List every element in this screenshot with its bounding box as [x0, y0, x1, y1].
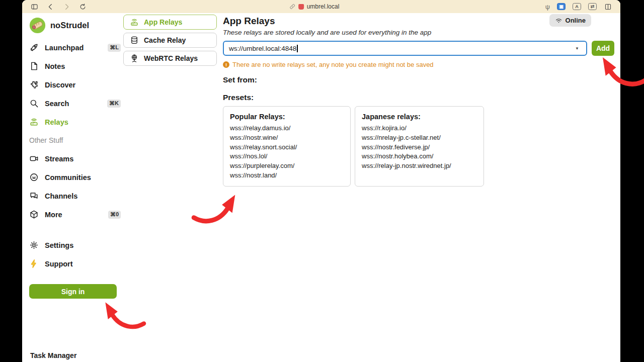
relay-link[interactable]: wss://nrelay-jp.c-stellar.net/: [362, 133, 477, 143]
sidebar-item-discover[interactable]: Discover: [29, 75, 123, 94]
sidebar-item-label: Support: [45, 260, 73, 268]
sidebar-item-channels[interactable]: Channels: [29, 187, 123, 205]
preset-box-popular-relays: Popular Relays: wss://relay.damus.io/ ws…: [223, 106, 351, 187]
split-view-icon[interactable]: [604, 3, 612, 11]
sidebar-item-label: Search: [45, 100, 69, 108]
preset-title: Popular Relays:: [230, 113, 344, 121]
puzzle-icon: [29, 80, 39, 89]
site-favicon: [298, 4, 304, 10]
note-icon: [29, 61, 39, 71]
tab-label: App Relays: [144, 18, 182, 26]
tab-webrtc-relays[interactable]: WebRTC Relays: [123, 51, 217, 66]
relay-link[interactable]: wss://nostr.holybea.com/: [362, 152, 477, 161]
warning-text: There are no write relays set, any note …: [232, 61, 434, 68]
sign-in-button[interactable]: Sign in: [29, 284, 117, 299]
task-manager-link[interactable]: Task Manager: [30, 351, 76, 359]
package-icon: [29, 210, 39, 219]
sidebar-item-streams[interactable]: Streams: [29, 149, 123, 168]
sidebar-item-label: Launchpad: [45, 44, 84, 52]
relay-link[interactable]: wss://nostr.wine/: [230, 133, 344, 143]
search-icon: [29, 99, 39, 108]
forward-icon[interactable]: [62, 3, 71, 11]
sidebar-item-label: Settings: [45, 241, 73, 249]
preset-title: Japanese relays:: [362, 113, 477, 121]
warning-icon: !: [223, 61, 229, 68]
relay-link[interactable]: wss://relay-jp.nostr.wirednet.jp/: [362, 161, 477, 171]
relay-tabs: App Relays Cache Relay WebRTC Relays: [123, 15, 217, 66]
relay-url-input[interactable]: ws://umbrel.local:4848 ▼: [223, 41, 587, 56]
main-content: App Relays These relays are stored local…: [223, 13, 615, 187]
app-logo-row[interactable]: noStrudel: [29, 16, 123, 34]
sidebar-item-label: Discover: [45, 81, 75, 89]
sidebar-item-label: Communities: [45, 173, 91, 182]
relay-link[interactable]: wss://purplerelay.com/: [230, 161, 344, 171]
relay-url-value: ws://umbrel.local:4848: [229, 45, 296, 52]
annotation-arrow-signin: [99, 298, 150, 331]
sidebar-item-label: Relays: [45, 118, 68, 126]
relay-link[interactable]: wss://nostr.fediverse.jp/: [362, 143, 477, 152]
relay-link[interactable]: wss://relay.snort.social/: [230, 143, 344, 152]
preset-box-japanese-relays: Japanese relays: wss://r.kojira.io/ wss:…: [355, 106, 484, 187]
relay-router-icon: [130, 18, 139, 27]
tab-label: WebRTC Relays: [144, 54, 198, 62]
sidebar-toggle-icon[interactable]: [30, 3, 39, 11]
presets-label: Presets:: [223, 93, 615, 102]
browser-toolbar: umbrel.local ψ ▣ A ⇄: [22, 0, 620, 13]
set-from-label: Set from:: [223, 75, 615, 84]
sidebar-item-label: Channels: [45, 192, 77, 200]
database-icon: [130, 36, 139, 45]
sidebar-item-communities[interactable]: Communities: [29, 168, 123, 187]
sidebar-item-support[interactable]: Support: [29, 254, 123, 273]
gear-icon: [29, 240, 39, 250]
reload-icon[interactable]: [78, 3, 87, 11]
sidebar-item-label: More: [45, 211, 62, 219]
community-face-icon: [29, 172, 39, 182]
relay-link[interactable]: wss://nostr.land/: [230, 171, 344, 180]
sidebar-item-search[interactable]: Search ⌘K: [29, 94, 123, 113]
relay-link[interactable]: wss://nos.lol/: [230, 152, 344, 161]
annotation-arrow-add: [597, 52, 644, 88]
sidebar-section-other-stuff: Other Stuff: [29, 131, 123, 149]
rocket-icon: [29, 43, 39, 52]
annotation-arrow-presets: [192, 188, 238, 227]
relay-router-icon: [29, 117, 39, 127]
sidebar-item-launchpad[interactable]: Launchpad ⌘L: [29, 38, 123, 57]
lightning-icon: [29, 259, 39, 268]
psi-extension-icon[interactable]: ψ: [545, 4, 550, 10]
relay-link[interactable]: wss://r.kojira.io/: [362, 124, 477, 133]
text-cursor: [297, 45, 298, 52]
chevron-down-icon[interactable]: ▼: [575, 46, 579, 51]
tab-label: Cache Relay: [144, 36, 186, 44]
video-camera-icon: [29, 154, 39, 163]
sidebar-item-relays[interactable]: Relays: [29, 113, 123, 131]
tab-switch-icon[interactable]: ⇄: [588, 3, 597, 10]
tab-cache-relay[interactable]: Cache Relay: [123, 33, 217, 48]
relay-link[interactable]: wss://relay.damus.io/: [230, 124, 344, 133]
url-text: umbrel.local: [307, 3, 340, 10]
back-icon[interactable]: [46, 3, 55, 11]
write-relay-warning: ! There are no write relays set, any not…: [223, 61, 615, 68]
sidebar-item-settings[interactable]: Settings: [29, 236, 123, 254]
shortcut-badge: ⌘K: [107, 100, 121, 108]
sidebar-item-more[interactable]: More ⌘0: [29, 205, 123, 224]
address-bar[interactable]: umbrel.local: [289, 3, 340, 10]
chat-bubbles-icon: [29, 191, 39, 201]
link-icon: [289, 4, 295, 10]
sidebar-item-notes[interactable]: Notes: [29, 57, 123, 75]
globe-network-icon: [130, 54, 139, 63]
page-title: App Relays: [223, 16, 615, 27]
shortcut-badge: ⌘L: [108, 44, 121, 52]
sidebar-item-label: Streams: [45, 155, 73, 163]
tab-app-relays[interactable]: App Relays: [123, 15, 217, 30]
nostrudel-logo-icon: [29, 17, 46, 34]
blue-extension-icon[interactable]: ▣: [557, 3, 566, 10]
shortcut-badge: ⌘0: [108, 211, 121, 219]
sidebar-item-label: Notes: [45, 62, 65, 70]
page-subtitle: These relays are stored locally and are …: [223, 29, 615, 36]
translate-icon[interactable]: A: [573, 3, 581, 10]
app-name: noStrudel: [50, 21, 89, 30]
